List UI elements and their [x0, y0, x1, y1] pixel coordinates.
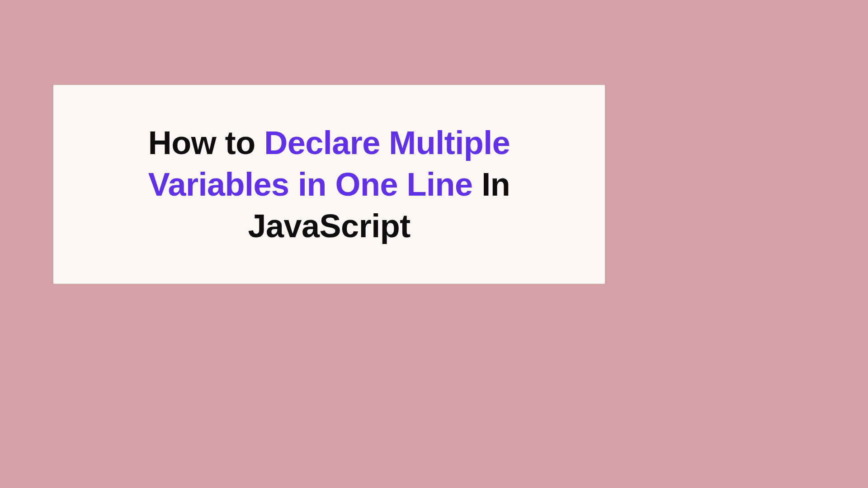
title-text-in: In — [473, 166, 510, 202]
title-text-prefix: How to — [148, 125, 264, 161]
title-accent-line1: Declare Multiple — [264, 125, 510, 161]
title-accent-line2: Variables in One Line — [148, 166, 473, 202]
title-card: How to Declare Multiple Variables in One… — [53, 85, 605, 284]
title-text-javascript: JavaScript — [248, 208, 410, 244]
page-title: How to Declare Multiple Variables in One… — [148, 122, 510, 247]
